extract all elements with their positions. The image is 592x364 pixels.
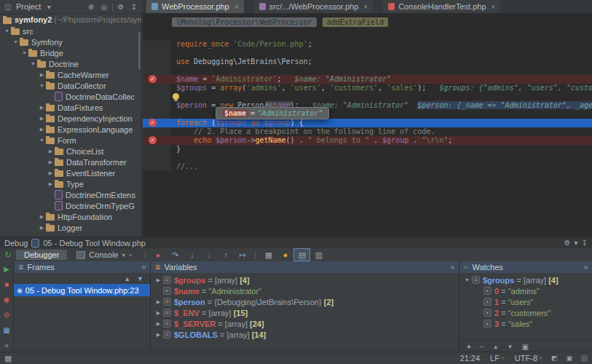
copy-icon[interactable]: ▣ (522, 343, 529, 351)
chevron-collapsed-icon[interactable]: ▶ (47, 170, 55, 176)
php-console-icon[interactable]: ● (277, 249, 293, 261)
tab-debugger[interactable]: Debugger (16, 250, 67, 260)
close-icon[interactable]: × (129, 252, 133, 258)
chevron-down-icon[interactable]: ▾ (122, 252, 125, 258)
variable-row[interactable]: ▶≡$person = {Debugging\JetBrains\Person}… (151, 296, 459, 307)
chevron-expanded-icon[interactable]: ▼ (12, 39, 20, 44)
panel-menu-icon[interactable]: ≡ (142, 264, 146, 271)
gutter[interactable]: ✓ (143, 136, 170, 145)
project-panel-title[interactable]: Project (16, 2, 41, 11)
chevron-expanded-icon[interactable]: ▼ (29, 61, 37, 66)
watch-row[interactable]: ▪3 = "sales" (459, 318, 592, 329)
tab-console[interactable]: Console ▾ × (68, 250, 140, 260)
chevron-collapsed-icon[interactable]: ▶ (38, 72, 46, 78)
inline-values-toggle-icon[interactable]: ▤ (294, 249, 309, 261)
tree-item[interactable]: ▶CacheWarmer (0, 69, 141, 80)
breakpoint-icon[interactable]: ✓ (149, 75, 157, 83)
rerun-icon[interactable]: ↻ (1, 250, 15, 260)
gutter[interactable] (143, 110, 170, 119)
variable-row[interactable]: ▶≡$groups = [array] [4] (151, 274, 459, 285)
tree-item[interactable]: DoctrineOrmExtens (0, 189, 141, 200)
tree-item[interactable]: ▼Doctrine (0, 58, 141, 69)
restore-layout-icon[interactable]: ▦ (3, 326, 9, 334)
gear-icon[interactable]: ⚙ (116, 3, 126, 11)
chevron-collapsed-icon[interactable]: ▶ (47, 159, 55, 165)
tree-item[interactable]: DoctrineDataCollec (0, 91, 141, 102)
tree-item[interactable]: ▼Symfony (0, 36, 141, 47)
chevron-down-icon[interactable]: ▾ (575, 239, 578, 247)
tree-item[interactable]: ▼DataCollector (0, 80, 141, 91)
chevron-expanded-icon[interactable]: ▼ (462, 277, 472, 282)
tree-item[interactable]: ▶HttpFoundation (0, 211, 141, 222)
variable-row[interactable]: ▶≡$_SERVER = [array] [24] (151, 318, 459, 329)
readonly-lock-icon[interactable]: ◩ (551, 355, 558, 362)
hide-window-icon[interactable]: ↧ (582, 239, 588, 247)
editor-tab[interactable]: WebProcessor.php× (146, 0, 244, 13)
chevron-collapsed-icon[interactable]: ▶ (154, 310, 163, 316)
scroll-from-source-icon[interactable]: ◎ (99, 3, 109, 11)
encoding-indicator[interactable]: UTF-8÷ (515, 354, 542, 363)
tree-item[interactable]: ▼Bridge (0, 47, 141, 58)
chevron-collapsed-icon[interactable]: ▶ (154, 321, 163, 327)
tree-item[interactable]: ▼Form (0, 135, 141, 146)
step-out-icon[interactable]: ↑ (218, 249, 233, 261)
view-breakpoints-icon[interactable]: ◉ (4, 296, 10, 304)
run-to-cursor-icon[interactable]: ↦ (234, 249, 250, 261)
memory-indicator[interactable] (581, 355, 588, 362)
breadcrumb-class[interactable]: \Monolog\Processor\WebProcessor (172, 17, 317, 27)
tree-item[interactable]: ▶ExpressionLanguage (0, 124, 141, 135)
gutter[interactable] (143, 40, 170, 49)
resume-icon[interactable]: ▶ (4, 265, 9, 273)
layout-settings-icon[interactable]: ▥ (311, 249, 326, 261)
gutter[interactable]: ✓ (143, 75, 170, 84)
close-icon[interactable]: × (363, 3, 368, 11)
caret-position[interactable]: 21:24 (460, 354, 481, 363)
next-frame-icon[interactable]: ▼ (137, 275, 143, 282)
panel-menu-icon[interactable]: ≡ (451, 264, 454, 271)
chevron-expanded-icon[interactable]: ▼ (3, 28, 11, 33)
chevron-collapsed-icon[interactable]: ▶ (154, 299, 163, 305)
watch-row[interactable]: ▪0 = "admins" (459, 285, 592, 296)
more-icon[interactable]: » (4, 341, 9, 349)
chevron-expanded-icon[interactable]: ▼ (20, 50, 28, 55)
breadcrumb-method[interactable]: addExtraField (323, 17, 388, 27)
breakpoint-icon[interactable]: ✓ (149, 136, 157, 144)
previous-frame-icon[interactable]: ▲ (124, 275, 130, 282)
gutter[interactable] (143, 162, 170, 171)
gutter[interactable] (143, 49, 170, 58)
chevron-collapsed-icon[interactable]: ▶ (47, 149, 55, 154)
gear-icon[interactable]: ⚙ (564, 239, 571, 247)
project-root-item[interactable]: symfony2 (~/PhpstormProjects/symfo (0, 14, 141, 25)
lightbulb-icon[interactable] (173, 93, 179, 100)
stop-icon[interactable]: ■ (4, 280, 9, 288)
hide-panel-icon[interactable]: ↧ (129, 3, 139, 11)
variable-row[interactable]: ▶≡$_ENV = [array] [15] (151, 307, 459, 318)
toolwindow-switcher-icon[interactable]: ▦ (4, 354, 12, 363)
chevron-expanded-icon[interactable]: ▼ (38, 83, 46, 88)
gutter[interactable] (143, 92, 170, 101)
gutter[interactable]: ✓ (143, 119, 170, 127)
tree-item[interactable]: ▶DependencyInjection (0, 113, 141, 124)
tree-item[interactable]: DoctrineOrmTypeG (0, 200, 141, 211)
tree-item[interactable]: ▶Type (0, 178, 141, 189)
chevron-collapsed-icon[interactable]: ▶ (38, 105, 46, 111)
move-up-icon[interactable]: ▲ (493, 344, 499, 350)
tree-item[interactable]: ▶Logger (0, 222, 141, 233)
close-icon[interactable]: × (234, 3, 239, 11)
tree-scrollbar[interactable] (138, 31, 141, 69)
tree-item[interactable]: ▶DataTransformer (0, 157, 141, 167)
step-over-icon[interactable]: ↷ (167, 249, 183, 261)
code-area[interactable]: require_once 'Code/Person.php';use Debug… (143, 30, 592, 171)
chevron-collapsed-icon[interactable]: ▶ (154, 332, 163, 338)
tree-item[interactable]: ▶DataFixtures (0, 102, 141, 113)
chevron-collapsed-icon[interactable]: ▶ (38, 225, 46, 231)
tree-item[interactable]: ▶ChoiceList (0, 146, 141, 157)
remove-watch-icon[interactable]: − (480, 343, 484, 351)
editor-tab[interactable]: src/.../WebProcessor.php× (254, 0, 374, 13)
step-into-icon[interactable]: ↓ (184, 249, 200, 261)
chevron-collapsed-icon[interactable]: ▶ (38, 127, 46, 132)
chevron-collapsed-icon[interactable]: ▶ (38, 214, 46, 220)
chevron-expanded-icon[interactable]: ▼ (38, 138, 46, 143)
gutter[interactable] (143, 84, 170, 92)
chevron-collapsed-icon[interactable]: ▶ (38, 116, 46, 122)
